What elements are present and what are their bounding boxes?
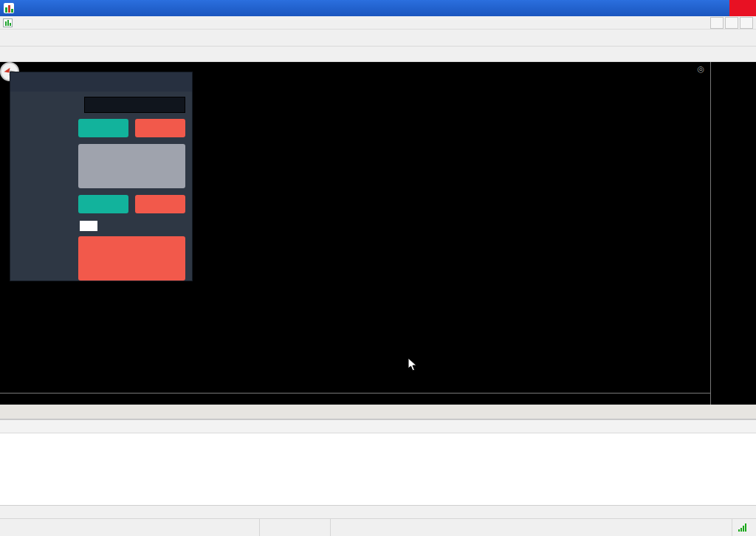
close-profit-button[interactable] [78,195,128,213]
profit-close-toggle-button[interactable] [78,236,185,281]
chart-minimize-button[interactable] [710,17,724,29]
chart-restore-button[interactable] [725,17,738,29]
chart-window-controls [710,17,753,29]
close-loss-button[interactable] [135,195,185,213]
status-connection [732,519,756,536]
symbol-details-icon: ◎ [697,64,704,74]
profit-threshold-input[interactable] [80,221,97,231]
app-icon [4,3,14,13]
ea-content [74,92,192,281]
toolbar-standard [0,30,756,47]
close-all-button[interactable] [78,144,185,188]
status-bar [0,518,756,536]
ea-trade-panel [10,72,192,281]
connection-bars-icon [738,523,746,532]
window-maximize-button[interactable] [703,0,729,16]
title-bar [0,0,756,16]
ea-symbol-box[interactable] [84,97,185,113]
chart-area: ▼ ◎ [0,62,756,405]
menu-bar [0,16,756,30]
status-profile-selector[interactable] [260,519,331,536]
chart-close-button[interactable] [740,17,753,29]
status-help-text [0,519,260,536]
ea-menu [10,92,74,281]
profit-rule-line [78,221,185,231]
symbol-details-link[interactable]: ◎ [694,64,704,74]
chart-tab-bar [0,405,756,419]
terminal-tab-bar [0,505,756,518]
price-axis [710,62,756,405]
window-minimize-button[interactable] [676,0,703,16]
status-bar-info [331,519,732,536]
terminal-panel [0,419,756,505]
time-axis [0,393,710,405]
mt4-window: ▼ ◎ [0,0,756,536]
terminal-header-row [0,420,756,433]
terminal-close-button[interactable] [1,421,11,430]
toolbar-linestudies-timeframes [0,47,756,62]
chart-window-menu-icon[interactable] [3,18,13,27]
close-short-button[interactable] [135,119,185,137]
close-long-button[interactable] [78,119,128,137]
ea-panel-header [10,72,192,92]
window-close-button[interactable] [729,0,756,16]
